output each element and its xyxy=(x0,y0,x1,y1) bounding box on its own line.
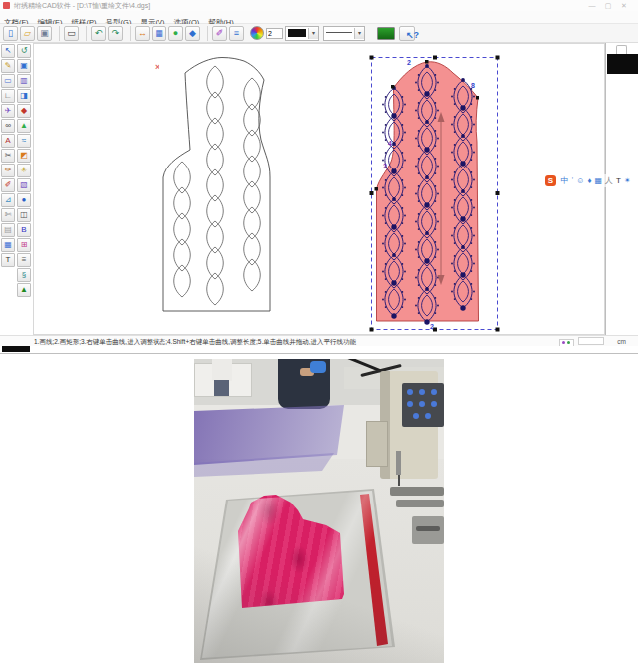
scale-input[interactable] xyxy=(578,337,604,345)
wave-tool[interactable]: ≈ xyxy=(17,134,31,148)
half-fill-tool[interactable]: ◨ xyxy=(17,89,31,103)
plus-grid-icon: ⊞ xyxy=(21,240,28,249)
inspect-tool[interactable]: ∞ xyxy=(1,119,15,133)
triangle-tool[interactable]: ▲ xyxy=(17,119,31,133)
brush-button[interactable]: ✐ xyxy=(212,26,227,41)
panel-tool[interactable]: ▣ xyxy=(17,59,31,73)
table-tool[interactable]: ▦ xyxy=(1,238,15,252)
pattern-canvas-svg xyxy=(34,44,606,334)
corner-fill-icon: ◩ xyxy=(20,151,28,160)
star-tool[interactable]: ✳ xyxy=(17,164,31,177)
open-folder-icon: ▱ xyxy=(24,28,31,38)
photo-vignette xyxy=(194,359,444,663)
drawing-frame-button[interactable]: ▭ xyxy=(64,26,79,41)
dot-tool[interactable]: ● xyxy=(17,193,31,207)
status-color-swatch xyxy=(2,346,30,352)
panel-icon: ▣ xyxy=(20,61,28,70)
bold-b-tool[interactable]: B xyxy=(17,223,31,237)
app-icon xyxy=(3,2,10,9)
lines-icon: ≡ xyxy=(22,255,27,264)
smudge-tool[interactable]: ✐ xyxy=(1,178,15,192)
plus-grid-tool[interactable]: ⊞ xyxy=(17,238,31,252)
line-style-select[interactable]: ▾ xyxy=(323,26,365,41)
boxes-tool[interactable]: ◫ xyxy=(17,208,31,222)
corner-line-tool[interactable]: ∟ xyxy=(1,89,15,103)
text-a-tool[interactable]: A xyxy=(1,134,15,148)
bucket-fill-button[interactable]: ◆ xyxy=(185,26,200,41)
rotate-tool[interactable]: ↺ xyxy=(17,44,31,58)
line-color-select[interactable]: ▾ xyxy=(285,26,319,41)
minimize-button[interactable]: — xyxy=(586,1,598,10)
ime-keyboard-icon[interactable]: ▦ xyxy=(595,174,603,187)
hatch-tool[interactable]: ▥ xyxy=(17,74,31,88)
chevron-down-icon: ▾ xyxy=(308,28,318,39)
color-wheel-icon[interactable] xyxy=(250,26,264,40)
ime-emoji-icon[interactable]: ☺ xyxy=(576,174,584,187)
triangle-icon: ▲ xyxy=(20,121,28,130)
lines-tool[interactable]: ≡ xyxy=(17,253,31,267)
close-button[interactable]: ✕ xyxy=(618,1,630,10)
open-file-button[interactable]: ▱ xyxy=(20,26,35,41)
undo-button[interactable]: ↶ xyxy=(91,26,106,41)
ruler-tool[interactable]: ▤ xyxy=(1,223,15,237)
ime-tools-icon[interactable]: ✴ xyxy=(624,174,631,187)
level-tool[interactable]: § xyxy=(17,268,31,282)
toolbar-right-group: ↖? xyxy=(377,26,415,41)
status-row xyxy=(0,346,638,353)
mountain-tool[interactable]: ▲ xyxy=(17,283,31,297)
sogou-logo-icon[interactable]: S xyxy=(545,175,556,186)
scissors-tool[interactable]: ✂ xyxy=(1,149,15,163)
new-file-icon: ▯ xyxy=(8,28,13,38)
unit-label: cm xyxy=(617,338,626,345)
menu-bar: 文档(F)编辑(E)纸样(P)号型(G)显示(V)选项(O)帮助(H) xyxy=(0,11,638,24)
line-width-input[interactable] xyxy=(266,28,283,39)
cut-icon: ✄ xyxy=(5,210,12,219)
ime-text-icon[interactable]: T xyxy=(616,174,621,187)
align-icon: ≡ xyxy=(234,28,239,38)
pattern-swatch-black[interactable] xyxy=(607,54,638,74)
run-button[interactable] xyxy=(377,27,395,40)
hatch2-tool[interactable]: ▧ xyxy=(17,178,31,192)
ime-voice-icon[interactable]: ♦ xyxy=(587,174,591,187)
flask-tool[interactable]: ⊿ xyxy=(1,193,15,207)
grid-view-button[interactable]: ▦ xyxy=(152,26,166,41)
diamond-icon: ◆ xyxy=(21,106,27,115)
pattern-piece-outline xyxy=(163,58,270,312)
side-toolbar-column-b: ↺▣▥◨◆▲≈◩✳▧●◫B⊞≡§▲ xyxy=(17,44,31,298)
ime-person-icon[interactable]: 人 xyxy=(605,174,613,187)
context-help-button[interactable]: ↖? xyxy=(399,26,415,41)
pen-tool[interactable]: ✑ xyxy=(1,164,15,177)
redo-button[interactable]: ↷ xyxy=(108,26,123,41)
align-button[interactable]: ≡ xyxy=(229,26,244,41)
fly-stitch-tool[interactable]: ✈ xyxy=(1,104,15,118)
diamond-tool[interactable]: ◆ xyxy=(17,104,31,118)
chevron-down-icon: ▾ xyxy=(354,28,364,39)
color-swatch-black xyxy=(288,29,306,37)
half-square-icon: ◨ xyxy=(20,91,28,100)
measure-button[interactable]: ↔ xyxy=(135,26,150,41)
select-tool[interactable]: ↖ xyxy=(1,44,15,58)
letter-a-icon: A xyxy=(5,136,10,145)
cut-tool[interactable]: ✄ xyxy=(1,208,15,222)
toolbar-separator xyxy=(130,26,131,41)
hatch-icon: ▥ xyxy=(20,76,28,85)
fill-color-button[interactable]: ● xyxy=(168,26,183,41)
ime-punctuation-icon[interactable]: ʼ xyxy=(572,174,574,187)
table-grid-icon: ▦ xyxy=(4,240,12,249)
pattern-list-panel xyxy=(605,43,638,335)
rotate-icon: ↺ xyxy=(21,46,28,55)
rectangle-tool[interactable]: ▭ xyxy=(1,74,15,88)
design-canvas[interactable]: × 2 8 4 2 2 xyxy=(33,43,605,335)
maximize-button[interactable]: ▢ xyxy=(602,1,614,10)
vest-outline-path[interactable] xyxy=(163,58,270,312)
pencil-tool[interactable]: ✎ xyxy=(1,59,15,73)
save-file-button[interactable]: ▣ xyxy=(37,26,52,41)
ime-chinese-icon[interactable]: 中 xyxy=(561,174,569,187)
toolbar-separator xyxy=(86,26,87,41)
toolbar-separator xyxy=(207,26,208,41)
hatch2-icon: ▧ xyxy=(20,180,28,189)
new-file-button[interactable]: ▯ xyxy=(3,26,18,41)
corner-fill-tool[interactable]: ◩ xyxy=(17,149,31,163)
text-t-tool[interactable]: T xyxy=(1,253,15,267)
save-icon: ▣ xyxy=(40,28,49,38)
